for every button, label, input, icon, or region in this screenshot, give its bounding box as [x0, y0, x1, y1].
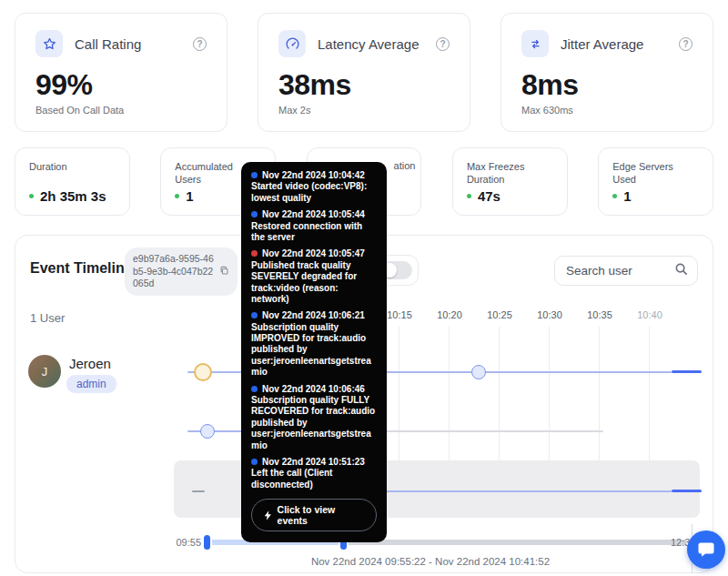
event-dot-red-icon	[251, 250, 258, 257]
event-item: Nov 22nd 2024 10:05:47 Published track q…	[251, 248, 377, 305]
stat-label: Edge Servers Used	[612, 160, 699, 187]
metric-card-jitter: Jitter Average ? 8ms Max 630ms	[500, 13, 713, 132]
stat-value: 47s	[467, 188, 553, 204]
status-dot	[467, 194, 471, 198]
axis-tick-label: 10:40	[632, 309, 668, 320]
help-icon[interactable]: ?	[679, 37, 693, 51]
search-input[interactable]	[566, 264, 674, 278]
stat-label: Duration	[29, 160, 116, 173]
axis-tick-label: 10:35	[581, 309, 618, 320]
metric-card-call-rating: Call Rating ? 99% Based On Call Data	[15, 13, 228, 132]
track-start-dash	[192, 490, 205, 492]
user-name: Jeroen	[69, 356, 111, 371]
event-item: Nov 22nd 2024 10:04:42 Started video (co…	[251, 170, 377, 204]
stat-card-duration: Duration 2h 35m 3s	[15, 147, 130, 216]
lightning-icon	[264, 510, 272, 520]
user-search	[554, 256, 698, 286]
stat-card-max-freezes: Max Freezes Duration 47s	[452, 147, 568, 216]
view-events-button[interactable]: Click to view events	[251, 499, 377, 531]
event-dot-blue-icon	[251, 386, 258, 392]
star-icon	[35, 30, 63, 57]
metric-subtitle: Based On Call Data	[35, 105, 207, 116]
chat-launcher-button[interactable]	[687, 531, 725, 569]
selected-range-text: Nov 22nd 2024 09:55:22 - Nov 22nd 2024 1…	[221, 556, 640, 567]
metric-subtitle: Max 2s	[278, 105, 450, 116]
chat-bubble-icon	[697, 541, 715, 559]
stat-label-fragment: ation	[394, 160, 416, 171]
session-line-end-segment	[672, 370, 702, 373]
copy-icon[interactable]	[219, 263, 229, 279]
slider-start-label: 09:55	[157, 537, 201, 548]
event-item: Nov 22nd 2024 10:05:44 Restored connecti…	[251, 209, 377, 243]
axis-tick-label: 10:25	[481, 309, 518, 320]
stat-label: Accumulated Users	[175, 160, 248, 187]
axis-tick-label: 10:20	[431, 309, 468, 320]
status-dot	[612, 194, 617, 198]
session-line-inactive	[388, 430, 603, 432]
metric-subtitle: Max 630ms	[521, 105, 693, 116]
stat-card-edge-servers: Edge Servers Used 1	[598, 147, 713, 216]
role-badge: admin	[66, 375, 116, 393]
help-icon[interactable]: ?	[436, 37, 450, 51]
event-marker-warning[interactable]	[194, 363, 212, 381]
status-dot	[29, 194, 34, 198]
axis-tick-label: 10:15	[381, 309, 418, 320]
metric-title: Call Rating	[75, 36, 141, 52]
metric-cards-row: Call Rating ? 99% Based On Call Data Lat…	[15, 13, 713, 132]
stat-value: 1	[612, 188, 699, 204]
call-id-pill[interactable]: e9b97a6a-9595-46b5-9e3b-4c047b22065d	[125, 248, 238, 296]
search-icon[interactable]	[674, 262, 688, 279]
events-tooltip: Nov 22nd 2024 10:04:42 Started video (co…	[241, 162, 387, 542]
event-dot-blue-icon	[251, 312, 258, 318]
event-marker-info[interactable]	[471, 365, 486, 379]
metric-title: Jitter Average	[561, 36, 643, 52]
event-item: Nov 22nd 2024 10:51:23 Left the call (Cl…	[251, 457, 377, 490]
slider-handle-start[interactable]	[204, 535, 210, 550]
metric-value: 38ms	[278, 68, 450, 102]
stat-value: 2h 35m 3s	[29, 188, 116, 204]
gauge-icon	[278, 30, 306, 57]
metric-value: 99%	[35, 68, 207, 102]
metric-card-latency: Latency Average ? 38ms Max 2s	[258, 13, 470, 132]
transfer-arrows-icon	[521, 30, 549, 57]
event-dot-blue-icon	[251, 172, 258, 178]
help-icon[interactable]: ?	[193, 37, 207, 51]
panel-title: Event Timeline	[30, 260, 133, 277]
status-dot	[175, 194, 179, 198]
event-item: Nov 22nd 2024 10:06:46 Subscription qual…	[251, 384, 377, 451]
axis-tick-label: 10:30	[531, 309, 568, 320]
metric-title: Latency Average	[318, 36, 419, 52]
users-count: 1 User	[30, 311, 65, 325]
call-id-text: e9b97a6a-9595-46b5-9e3b-4c047b22065d	[133, 253, 216, 290]
session-line-end-segment	[672, 490, 702, 492]
event-item: Nov 22nd 2024 10:06:21 Subscription qual…	[251, 310, 377, 378]
metric-value: 8ms	[521, 68, 693, 102]
avatar[interactable]: J	[28, 355, 61, 388]
event-marker-info[interactable]	[200, 424, 215, 439]
event-dot-blue-icon	[251, 459, 258, 465]
event-dot-blue-icon	[251, 211, 258, 217]
stat-label: Max Freezes Duration	[467, 160, 553, 187]
